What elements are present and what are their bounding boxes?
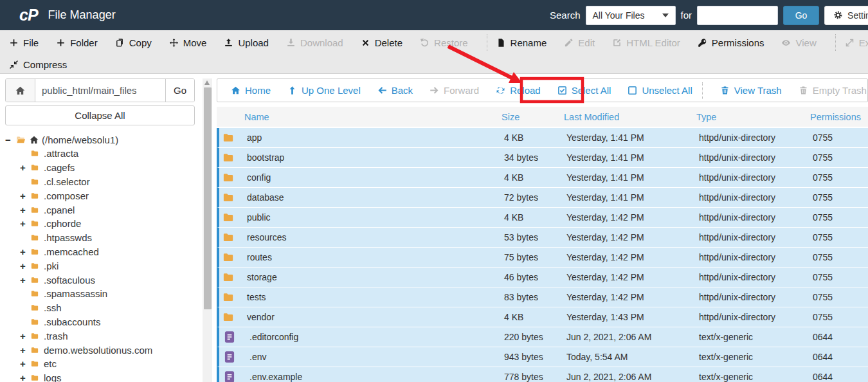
- tree-item[interactable]: + .memcached: [5, 245, 198, 259]
- toolbar-button[interactable]: Copy: [115, 37, 152, 48]
- search-input[interactable]: [697, 6, 778, 25]
- table-row[interactable]: .editorconfig 220 bytes Jun 2, 2021, 2:0…: [217, 327, 868, 347]
- column-header-permissions[interactable]: Permissions: [810, 112, 868, 122]
- nav-button[interactable]: Select All: [557, 85, 611, 96]
- expand-sign[interactable]: +: [20, 246, 30, 257]
- nav-button[interactable]: Empty Trash: [799, 85, 867, 96]
- tree-item[interactable]: + etc: [5, 357, 198, 371]
- table-row[interactable]: .env.example 778 bytes Jun 2, 2021, 2:06…: [217, 367, 868, 382]
- toolbar-button[interactable]: Restore: [420, 37, 468, 48]
- toolbar-button[interactable]: Download: [286, 37, 343, 48]
- nav-button[interactable]: Back: [377, 85, 413, 96]
- expand-sign[interactable]: +: [20, 275, 30, 286]
- tree-item[interactable]: + demo.websolutionus.com: [5, 343, 198, 357]
- toolbar-button[interactable]: Move: [169, 37, 207, 48]
- nav-button[interactable]: Home: [231, 85, 271, 96]
- row-type-icon: [222, 172, 235, 183]
- tree-item[interactable]: + .pki: [5, 259, 198, 273]
- column-header-size[interactable]: Size: [502, 112, 564, 122]
- tree-item[interactable]: .subaccounts: [5, 315, 198, 329]
- expand-sign[interactable]: +: [20, 190, 30, 201]
- toolbar-button[interactable]: Permissions: [698, 37, 764, 48]
- column-header-type[interactable]: Type: [696, 112, 810, 122]
- nav-button[interactable]: Unselect All: [628, 85, 692, 96]
- tree-item[interactable]: + .cphorde: [5, 217, 198, 231]
- nav-button[interactable]: View Trash: [720, 85, 782, 96]
- table-row[interactable]: config 4 KB Yesterday, 1:41 PM httpd/uni…: [217, 168, 868, 188]
- tree-item[interactable]: .htpasswds: [5, 231, 198, 245]
- tree-item[interactable]: + .cpanel: [5, 203, 198, 217]
- table-row[interactable]: tests 83 bytes Yesterday, 1:42 PM httpd/…: [217, 287, 868, 307]
- cell-size: 46 bytes: [504, 272, 566, 282]
- table-row[interactable]: resources 53 bytes Yesterday, 1:42 PM ht…: [217, 228, 868, 248]
- cell-modified: Today, 5:54 AM: [566, 352, 699, 362]
- scrollbar-thumb[interactable]: [204, 87, 212, 309]
- toolbar-button[interactable]: Edit: [564, 37, 595, 48]
- table-row[interactable]: app 4 KB Yesterday, 1:41 PM httpd/unix-d…: [217, 128, 868, 148]
- column-header-modified[interactable]: Last Modified: [564, 112, 696, 122]
- top-search-area: Search All Your Files for Go Settings: [550, 5, 868, 25]
- folder-icon: [30, 206, 40, 214]
- table-row[interactable]: storage 46 bytes Yesterday, 1:42 PM http…: [217, 268, 868, 287]
- column-header-name[interactable]: Name: [217, 112, 502, 122]
- cell-type: httpd/unix-directory: [699, 192, 813, 203]
- toolbar-button-icon: [781, 38, 791, 48]
- scrollbar-up-arrow-icon[interactable]: [204, 80, 210, 85]
- expand-sign[interactable]: +: [20, 260, 30, 271]
- collapse-sign[interactable]: −: [5, 134, 15, 145]
- toolbar-button[interactable]: Rename: [496, 37, 547, 48]
- nav-button[interactable]: Forward: [429, 85, 479, 96]
- table-row[interactable]: routes 75 bytes Yesterday, 1:42 PM httpd…: [217, 248, 868, 268]
- table-row[interactable]: bootstrap 34 bytes Yesterday, 1:41 PM ht…: [217, 148, 868, 168]
- tree-item[interactable]: + .cagefs: [5, 161, 198, 175]
- toolbar-button-label: File: [23, 37, 39, 48]
- top-bar: cP File Manager Search All Your Files fo…: [0, 0, 868, 30]
- nav-button[interactable]: Up One Level: [287, 85, 361, 96]
- expand-sign[interactable]: +: [20, 372, 30, 382]
- expand-sign[interactable]: +: [20, 358, 30, 369]
- toolbar-button[interactable]: Compress: [9, 59, 67, 70]
- toolbar-button[interactable]: Folder: [56, 37, 98, 48]
- tree-item[interactable]: .ssh: [5, 301, 198, 315]
- toolbar-button[interactable]: Extract: [845, 37, 868, 48]
- toolbar-button-icon: [845, 38, 854, 48]
- tree-item[interactable]: .cl.selector: [5, 175, 198, 189]
- table-row[interactable]: vendor 4 KB Yesterday, 1:43 PM httpd/uni…: [217, 307, 868, 327]
- nav-button[interactable]: Reload: [496, 85, 541, 96]
- file-name: bootstrap: [247, 152, 284, 163]
- tree-item[interactable]: .spamassassin: [5, 287, 198, 301]
- tree-item[interactable]: .attracta: [5, 147, 198, 161]
- toolbar-button[interactable]: Upload: [224, 37, 269, 48]
- tree-item[interactable]: + .softaculous: [5, 273, 198, 287]
- cell-type: text/x-generic: [699, 352, 813, 362]
- expand-sign[interactable]: +: [20, 331, 30, 341]
- path-go-button[interactable]: Go: [165, 79, 194, 102]
- tree-root-item[interactable]: − (/home/websolu1): [5, 132, 198, 147]
- expand-sign[interactable]: +: [20, 345, 30, 356]
- toolbar-button[interactable]: View: [781, 37, 816, 48]
- search-scope-select[interactable]: All Your Files: [586, 6, 676, 25]
- search-go-button[interactable]: Go: [783, 6, 819, 25]
- toolbar-button-icon: [361, 38, 370, 48]
- tree-item[interactable]: + .trash: [5, 329, 198, 343]
- toolbar-button-icon: [9, 60, 19, 69]
- cell-type: text/x-generic: [699, 372, 813, 382]
- table-row[interactable]: database 72 bytes Yesterday, 1:41 PM htt…: [217, 188, 868, 208]
- sidebar-scrollbar[interactable]: [203, 78, 212, 382]
- table-row[interactable]: public 4 KB Yesterday, 1:42 PM httpd/uni…: [217, 208, 868, 228]
- toolbar-button[interactable]: HTML Editor: [612, 37, 680, 48]
- tree-item[interactable]: + .composer: [5, 188, 198, 203]
- file-name: routes: [247, 252, 272, 262]
- table-row[interactable]: .env 943 bytes Today, 5:54 AM text/x-gen…: [217, 347, 868, 367]
- collapse-all-button[interactable]: Collapse All: [5, 105, 195, 125]
- expand-sign[interactable]: +: [20, 205, 30, 215]
- expand-sign[interactable]: +: [20, 162, 30, 173]
- nav-button-label: Forward: [444, 85, 479, 96]
- expand-sign[interactable]: +: [20, 218, 30, 229]
- path-home-button[interactable]: [6, 79, 35, 102]
- settings-button[interactable]: Settings: [824, 6, 868, 25]
- tree-item[interactable]: + logs: [5, 371, 198, 382]
- toolbar-button[interactable]: File: [9, 37, 39, 48]
- toolbar-button[interactable]: Delete: [361, 37, 402, 48]
- path-input[interactable]: [35, 79, 165, 102]
